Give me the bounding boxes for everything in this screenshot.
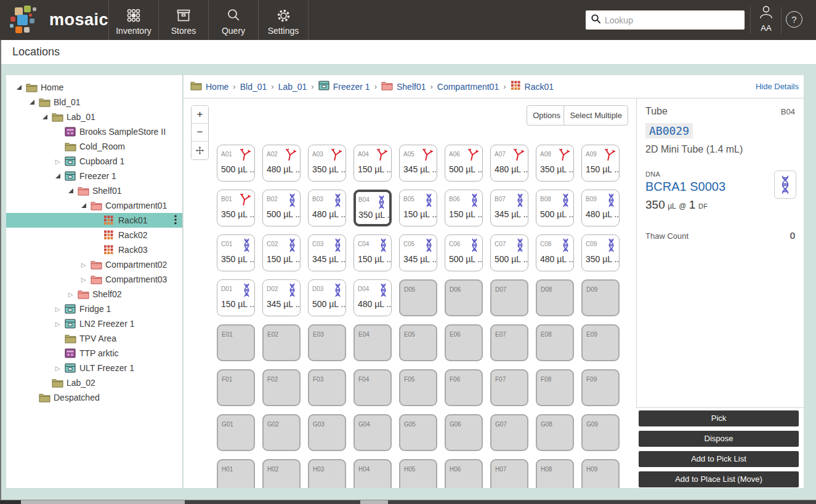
nav-item-query[interactable]: Query [209, 0, 259, 40]
tube-cell-f09[interactable]: F09 [581, 369, 620, 406]
tube-cell-a08[interactable]: A08 350 µL ... [536, 145, 574, 182]
tube-cell-h06[interactable]: H06 [445, 459, 483, 488]
tube-cell-a09[interactable]: A09 150 µL ... [581, 145, 620, 182]
tree-item-ln2-freezer-1[interactable]: ▷ LN2 Freezer 1 [6, 316, 182, 331]
tube-cell-d01[interactable]: D01 150 µL ... [217, 279, 255, 316]
tube-cell-e08[interactable]: E08 [536, 324, 574, 361]
lookup-searchbox[interactable] [586, 10, 745, 30]
tube-cell-b07[interactable]: B07 345 µL ... [490, 190, 528, 226]
tube-cell-h08[interactable]: H08 [536, 459, 574, 488]
tube-cell-g03[interactable]: G03 [308, 414, 346, 451]
expander-icon[interactable]: ▷ [79, 276, 87, 283]
pan-button[interactable] [192, 142, 208, 159]
tube-cell-b03[interactable]: B03 480 µL ... [308, 190, 346, 226]
action-button-add-to-place-list-move[interactable]: Add to Place List (Move) [639, 471, 799, 487]
tube-cell-h04[interactable]: H04 [353, 459, 392, 488]
sample-dna-button[interactable] [774, 170, 796, 199]
tree-item-despatched[interactable]: Despatched [6, 390, 182, 405]
tube-cell-h07[interactable]: H07 [490, 459, 528, 488]
tube-cell-b09[interactable]: B09 480 µL ... [581, 190, 620, 226]
tube-cell-e05[interactable]: E05 [399, 324, 437, 361]
tree-item-bld-01[interactable]: Bld_01 [6, 95, 182, 110]
tube-cell-a02[interactable]: A02 480 µL ... [262, 145, 301, 182]
tree-item-rack01[interactable]: Rack01 [6, 213, 182, 228]
tree-item-ult-freezer-1[interactable]: ▷ ULT Freezer 1 [6, 361, 182, 375]
tube-cell-c05[interactable]: C05 345 µL ... [399, 234, 437, 271]
tube-cell-f03[interactable]: F03 [308, 369, 346, 406]
tube-cell-a01[interactable]: A01 500 µL ... [217, 145, 255, 182]
tree-item-tpv-area[interactable]: TPV Area [6, 331, 182, 346]
tube-cell-c08[interactable]: C08 480 µL ... [536, 234, 574, 271]
expander-icon[interactable] [28, 100, 36, 105]
tube-cell-d02[interactable]: D02 345 µL ... [262, 279, 301, 316]
expander-icon[interactable]: ▷ [54, 158, 62, 165]
action-button-add-to-pick-list[interactable]: Add to Pick List [639, 451, 799, 467]
tube-cell-f01[interactable]: F01 [217, 369, 255, 406]
tube-cell-c03[interactable]: C03 345 µL ... [308, 234, 346, 271]
tube-cell-e01[interactable]: E01 [217, 324, 255, 361]
expander-icon[interactable] [41, 114, 49, 119]
tree-item-lab-02[interactable]: Lab_02 [6, 375, 182, 390]
tube-cell-h05[interactable]: H05 [399, 459, 437, 488]
tree-item-ttp-arktic[interactable]: TTP arktic [6, 346, 182, 361]
tree-item-brooks-samplestore-ii[interactable]: Brooks SampleStore II [6, 124, 182, 139]
breadcrumb-item-home[interactable]: Home [190, 81, 228, 92]
tree-item-rack02[interactable]: Rack02 [6, 228, 182, 242]
tube-cell-d05[interactable]: D05 [399, 279, 437, 316]
select-multiple-button[interactable]: Select Multiple [564, 105, 628, 126]
scrollbar-thumb[interactable] [185, 500, 360, 504]
tube-cell-c01[interactable]: C01 350 µL ... [217, 234, 255, 271]
tube-cell-d04[interactable]: D04 480 µL ... [353, 279, 392, 316]
tube-cell-g04[interactable]: G04 [353, 414, 392, 451]
tree-item-lab-01[interactable]: Lab_01 [6, 110, 182, 124]
zoom-in-button[interactable]: + [192, 106, 208, 124]
tube-cell-d06[interactable]: D06 [445, 279, 483, 316]
tube-cell-d09[interactable]: D09 [581, 279, 620, 316]
tube-cell-h09[interactable]: H09 [581, 459, 620, 488]
action-button-dispose[interactable]: Dispose [639, 431, 799, 447]
breadcrumb-item-shelf01[interactable]: Shelf01 [381, 81, 426, 92]
breadcrumb-item-lab-01[interactable]: Lab_01 [278, 82, 307, 92]
expander-icon[interactable]: ▷ [54, 365, 62, 372]
tube-cell-c02[interactable]: C02 150 µL ... [262, 234, 301, 271]
tube-cell-d03[interactable]: D03 500 µL ... [308, 279, 346, 316]
tube-cell-h03[interactable]: H03 [308, 459, 346, 488]
tube-cell-h01[interactable]: H01 [217, 459, 255, 488]
tube-cell-c04[interactable]: C04 150 µL ... [353, 234, 392, 271]
breadcrumb-item-bld-01[interactable]: Bld_01 [240, 82, 267, 92]
tube-cell-g06[interactable]: G06 [445, 414, 483, 451]
zoom-out-button[interactable]: − [192, 124, 208, 142]
tube-cell-d08[interactable]: D08 [536, 279, 574, 316]
tree-item-shelf01[interactable]: Shelf01 [6, 183, 182, 198]
tube-cell-a03[interactable]: A03 350 µL ... [308, 145, 346, 182]
tube-cell-c07[interactable]: C07 500 µL ... [490, 234, 528, 271]
options-button[interactable]: Options [527, 105, 567, 126]
tube-cell-e07[interactable]: E07 [490, 324, 528, 361]
breadcrumb-item-rack01[interactable]: Rack01 [511, 81, 554, 92]
expander-icon[interactable]: ▷ [79, 262, 87, 268]
tree-item-compartment01[interactable]: Compartment01 [6, 198, 182, 213]
tube-cell-b08[interactable]: B08 500 µL ... [536, 190, 574, 226]
tube-cell-f08[interactable]: F08 [536, 369, 574, 406]
tube-cell-f02[interactable]: F02 [262, 369, 301, 406]
tube-cell-e04[interactable]: E04 [353, 324, 392, 361]
action-button-pick[interactable]: Pick [639, 410, 799, 426]
tube-cell-b05[interactable]: B05 150 µL ... [399, 190, 437, 226]
expander-icon[interactable] [79, 203, 87, 208]
expander-icon[interactable]: ▷ [54, 306, 62, 313]
tree-item-home[interactable]: Home [6, 80, 182, 95]
tube-cell-a04[interactable]: A04 150 µL ... [353, 145, 392, 182]
tube-cell-e06[interactable]: E06 [445, 324, 483, 361]
tube-cell-e02[interactable]: E02 [262, 324, 301, 361]
tube-cell-g01[interactable]: G01 [217, 414, 255, 451]
tube-cell-b06[interactable]: B06 150 µL ... [445, 190, 483, 226]
tree-item-fridge-1[interactable]: ▷ Fridge 1 [6, 302, 182, 316]
tube-cell-d07[interactable]: D07 [490, 279, 528, 316]
help-button[interactable]: ? [786, 11, 802, 28]
tube-cell-f06[interactable]: F06 [445, 369, 483, 406]
expander-icon[interactable]: ▷ [67, 291, 75, 298]
brand-logo[interactable]: mosaic [10, 5, 108, 35]
nav-item-stores[interactable]: Stores [159, 0, 209, 40]
tube-cell-g07[interactable]: G07 [490, 414, 528, 451]
kebab-menu-icon[interactable] [174, 215, 177, 226]
